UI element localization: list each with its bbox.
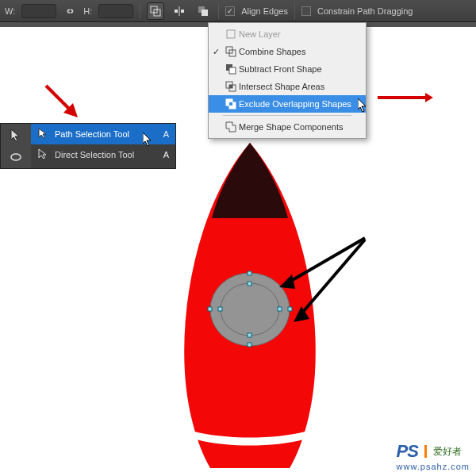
width-label: W: [5,6,15,16]
subtract-icon [223,63,239,75]
menu-item-label: New Layer [239,29,359,39]
svg-rect-2 [175,10,178,13]
flyout-item-label: Direct Selection Tool [55,150,134,159]
align-edges-label: Align Edges [241,6,288,16]
svg-line-32 [286,238,365,284]
menu-separator [223,115,351,116]
svg-rect-30 [248,282,251,286]
path-operations-menu: New Layer ✓ Combine Shapes Subtract Fron… [208,22,367,139]
menu-item-label: Subtract Front Shape [239,64,359,74]
menu-item-subtract[interactable]: Subtract Front Shape [209,60,366,78]
height-label: H: [83,6,92,16]
svg-line-34 [298,240,365,317]
constrain-label: Constrain Path Dragging [317,6,413,16]
height-field[interactable] [98,4,133,18]
path-selection-icon [37,128,48,140]
separator [294,3,295,19]
red-arrow-icon [378,93,433,102]
merge-icon [223,121,239,132]
svg-rect-28 [218,307,222,311]
red-arrow-icon [40,79,87,127]
watermark-cn: 爱好者 [433,446,462,457]
flyout-direct-selection[interactable]: Direct Selection Tool A [31,144,175,165]
align-edges-checkbox[interactable] [225,6,235,16]
svg-marker-33 [279,274,295,289]
watermark: PS 爱好者 www.psahz.com [397,441,470,471]
svg-rect-6 [202,10,208,16]
path-alignment-button[interactable] [171,2,188,20]
svg-rect-27 [248,343,251,347]
link-wh-icon[interactable] [63,6,77,17]
svg-rect-7 [227,30,235,38]
constrain-checkbox[interactable] [301,6,311,16]
path-selection-tool-slot[interactable] [1,124,31,146]
check-icon: ✓ [209,47,223,57]
direct-selection-icon [37,148,48,161]
menu-item-label: Combine Shapes [239,47,359,56]
svg-rect-11 [229,67,236,74]
svg-rect-26 [248,271,251,275]
separator [140,3,140,19]
combine-icon [223,46,239,57]
separator [218,3,219,19]
menu-item-label: Exclude Overlapping Shapes [239,99,359,109]
menu-item-merge[interactable]: Merge Shape Components [209,118,366,136]
flyout-item-label: Path Selection Tool [55,129,129,139]
width-field[interactable] [21,4,56,18]
new-layer-icon [223,29,239,40]
cursor-icon [143,132,152,147]
ellipse-tool-slot[interactable] [1,146,31,168]
menu-item-label: Merge Shape Components [239,122,359,132]
intersect-icon [223,81,239,92]
menu-item-new-layer[interactable]: New Layer [209,25,366,43]
menu-item-intersect[interactable]: Intersect Shape Areas [209,78,366,95]
exclude-icon [223,98,239,109]
options-bar: W: H: Align Edges Constrain Path Draggin… [0,0,476,22]
watermark-brand: PS [397,441,418,461]
svg-rect-17 [229,102,232,106]
menu-item-exclude[interactable]: Exclude Overlapping Shapes [209,95,366,113]
menu-item-label: Intersect Shape Areas [239,82,359,91]
black-arrows-icon [262,222,389,349]
path-operations-button[interactable] [147,2,164,20]
svg-rect-31 [248,333,251,337]
menu-item-combine[interactable]: ✓ Combine Shapes [209,43,366,60]
svg-point-18 [11,154,21,160]
cursor-icon [358,98,367,113]
watermark-url: www.psahz.com [397,462,470,471]
path-arrangement-button[interactable] [194,2,212,20]
svg-rect-3 [181,10,184,13]
svg-rect-24 [208,307,212,311]
svg-rect-14 [229,85,232,88]
